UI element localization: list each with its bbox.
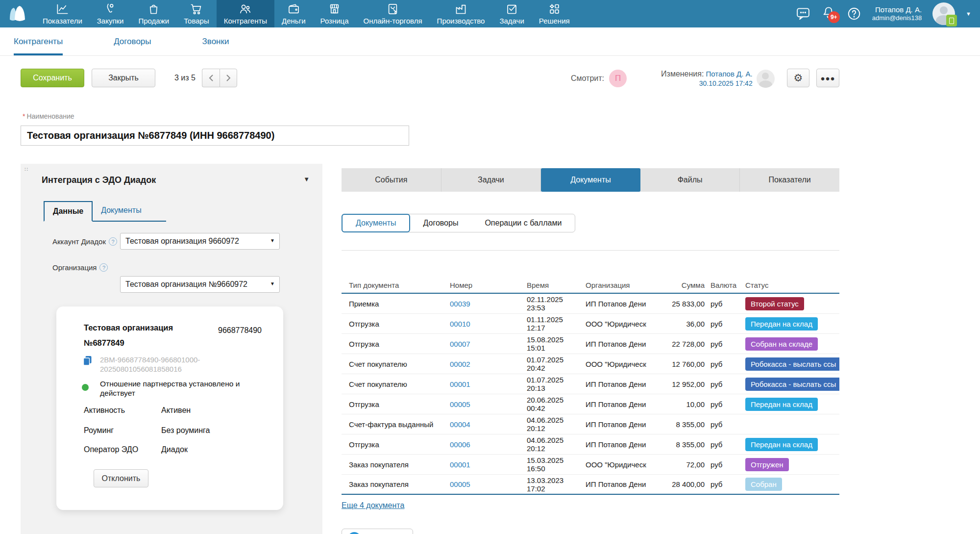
card-row-activity: Активность Активен [84,406,260,415]
nav-item-purchases[interactable]: Закупки [90,0,131,27]
divider [342,250,839,251]
more-actions-button[interactable]: ●●● [816,69,839,87]
doc-time: 01.07.2025 20:13 [524,376,583,392]
doc-number-link[interactable]: 00005 [450,480,470,488]
tab-calls[interactable]: Звонки [202,27,229,55]
nav-item-money[interactable]: Деньги [274,0,313,27]
notifications-bell[interactable]: 9+ [821,5,836,22]
doc-number-link[interactable]: 00001 [450,460,470,469]
table-row[interactable]: Счет-фактура выданный 00004 04.06.2025 2… [342,414,839,434]
column-header: Статус [739,281,839,289]
content-tab-events[interactable]: События [342,168,441,192]
documents-subtabs: Документы Договоры Операции с баллами [342,214,575,232]
create-document-button[interactable] [342,529,413,534]
diadoc-account-select[interactable]: Тестовая организация 9660972 [120,233,280,250]
nav-item-production[interactable]: Производство [430,0,492,27]
status-badge: Отгружен [745,458,789,471]
gear-icon: ⚙ [794,72,803,84]
table-row[interactable]: Отгрузка 00010 01.11.2025 12:17 ООО "Юри… [342,314,839,334]
table-row[interactable]: Счет покупателю 00002 01.07.2025 20:42 О… [342,354,839,374]
close-button[interactable]: Закрыть [92,69,155,87]
nav-item-solutions[interactable]: Решения [532,0,577,27]
help-icon[interactable]: ? [109,237,117,246]
tab-contracts[interactable]: Договоры [114,27,151,55]
table-row[interactable]: Заказ покупателя 00005 13.03.2023 17:02 … [342,475,839,495]
required-asterisk: * [23,112,25,120]
doc-currency: руб [705,460,739,469]
user-menu-caret-icon[interactable]: ▼ [966,11,971,17]
doc-sum: 8 355,00 [648,420,705,429]
record-pager [202,69,237,87]
nav-item-sales[interactable]: Продажи [131,0,176,27]
more-documents-link[interactable]: Еще 4 документа [342,501,404,510]
collapse-panel-caret-icon[interactable]: ▼ [303,176,310,183]
edo-tab-data[interactable]: Данные [44,201,93,222]
hand-purchase-icon [104,2,117,16]
help-icon[interactable] [847,6,861,21]
subtab-points-operations[interactable]: Операции с баллами [471,214,575,232]
save-button[interactable]: Сохранить [21,69,84,87]
nav-item-goods[interactable]: Товары [176,0,217,27]
edo-tab-documents[interactable]: Документы [93,201,149,221]
nav-item-online-trade[interactable]: Онлайн-торговля [356,0,430,27]
nav-item-tasks[interactable]: Задачи [492,0,531,27]
edo-integration-panel: ∷ Интеграция с ЭДО Диадок ▼ Данные Докум… [21,164,322,534]
doc-time: 02.11.2025 23:53 [524,295,583,312]
doc-number-link[interactable]: 00004 [450,420,470,429]
wallet-icon [287,2,300,16]
doc-number-link[interactable]: 00006 [450,440,470,449]
nav-item-label: Продажи [138,17,169,25]
table-row[interactable]: Отгрузка 00006 04.06.2025 20:12 ИП Потап… [342,434,839,455]
changes-user-avatar [757,70,775,88]
table-row[interactable]: Заказ покупателя 00001 15.03.2025 16:50 … [342,455,839,475]
doc-number-link[interactable]: 00002 [450,360,470,368]
doc-sum: 28 400,00 [648,480,705,488]
content-tab-documents[interactable]: Документы [541,168,640,192]
changes-user-link[interactable]: Потапов Д. А. [706,70,753,78]
doc-sum: 8 355,00 [648,440,705,449]
app-logo[interactable] [0,0,35,27]
user-block[interactable]: Потапов Д. А. admin@denis138 [872,5,922,23]
table-row[interactable]: Отгрузка 00007 15.08.2025 15:01 ИП Потап… [342,334,839,354]
doc-number-link[interactable]: 00010 [450,320,470,328]
doc-number-link[interactable]: 00001 [450,380,470,388]
doc-currency: руб [705,480,739,488]
table-row[interactable]: Отгрузка 00005 20.06.2025 00:42 ИП Потап… [342,394,839,414]
doc-currency: руб [705,360,739,368]
drag-handle-icon[interactable]: ∷ [24,168,28,171]
status-badge: Робокасса - выслать ссы [745,378,839,391]
help-icon[interactable]: ? [99,263,108,272]
nav-item-counterparties[interactable]: Контрагенты [217,0,274,27]
organization-select[interactable]: Тестовая организация №9660972 [120,276,280,293]
chat-icon[interactable] [796,6,810,21]
content-tab-indicators[interactable]: Показатели [740,168,839,192]
subtab-contracts[interactable]: Договоры [410,214,471,232]
copy-icon[interactable] [83,356,93,366]
user-avatar[interactable] [932,2,955,25]
column-header: Номер [447,281,524,289]
name-input[interactable] [21,126,409,146]
content-tab-files[interactable]: Файлы [640,168,740,192]
tab-counterparties[interactable]: Контрагенты [14,27,63,55]
doc-org: ООО "Юридическ [583,360,648,368]
nav-item-indicators[interactable]: Показатели [35,0,90,27]
status-badge: Передан на склад [745,317,818,331]
prev-record-button[interactable] [202,69,220,87]
chevron-right-icon [225,75,231,81]
next-record-button[interactable] [220,69,237,87]
settings-button[interactable]: ⚙ [787,69,809,87]
doc-org: ИП Потапов Дени [583,440,648,449]
subtab-documents[interactable]: Документы [342,214,410,232]
decline-button[interactable]: Отклонить [94,469,148,487]
changes-block: Изменения: Потапов Д. А. 30.10.2025 17:4… [661,69,753,88]
doc-number-link[interactable]: 00007 [450,340,470,348]
diadoc-box-id: 2BM-9668778490-966801000-202508010560818… [100,356,220,374]
nav-item-label: Закупки [97,17,124,25]
content-tab-tasks[interactable]: Задачи [441,168,541,192]
doc-type: Заказ покупателя [342,460,447,469]
doc-number-link[interactable]: 00039 [450,300,470,308]
table-row[interactable]: Приемка 00039 02.11.2025 23:53 ИП Потапо… [342,294,839,314]
table-row[interactable]: Счет покупателю 00001 01.07.2025 20:13 И… [342,374,839,394]
nav-item-retail[interactable]: Розница [313,0,356,27]
doc-number-link[interactable]: 00005 [450,400,470,408]
